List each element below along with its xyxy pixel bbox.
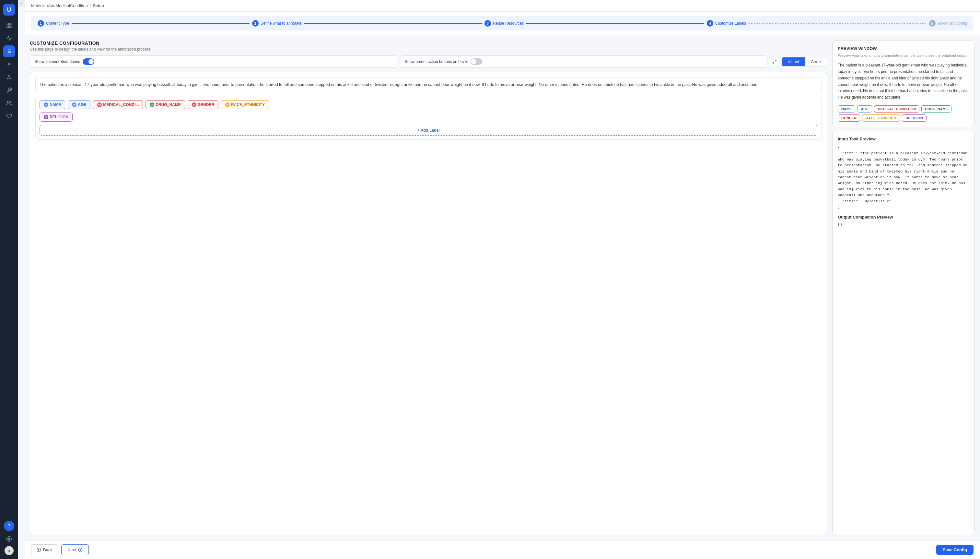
step-5[interactable]: 5 Advanced Config [929,20,967,26]
app-logo[interactable]: U [3,4,15,16]
visual-toggle-btn[interactable]: Visual [782,57,805,66]
svg-point-14 [8,538,10,540]
panel-subtitle: Use this page to design the labels and v… [30,47,827,51]
chip-text-name: NAME [49,103,61,107]
label-chip-race[interactable]: ◎ RACE_ETHNICITY [221,100,269,109]
svg-rect-5 [10,26,12,28]
label-chip-drug[interactable]: ◎ DRUG_NAME [145,100,185,109]
sidebar-collapse-btn[interactable]: › [18,0,25,7]
expand-btn[interactable] [770,57,779,66]
step-2-num: 2 [252,20,259,26]
step-4[interactable]: 4 Customize Labels [707,20,746,26]
step-2-label: Define what to annotate [261,21,302,26]
sidebar-icon-list[interactable] [3,45,15,57]
input-task-section: Input Task Preview { "text": "The patien… [832,131,975,535]
back-button[interactable]: Back [31,544,58,555]
label-chip-religion[interactable]: ◎ RELIGION [40,112,73,122]
chip-text-religion: RELIGION [49,115,68,119]
sidebar-icon-tools[interactable] [3,84,15,96]
connector-2-3 [304,23,482,24]
sidebar-icon-flask[interactable] [3,71,15,83]
next-button[interactable]: Next [61,544,89,555]
sidebar-icon-plugin[interactable] [3,110,15,122]
step-4-label: Customize Labels [715,21,746,26]
code-toggle-btn[interactable]: Code [805,57,827,66]
preview-section: PREVIEW WINDOW Preview your taxonomy and… [832,41,975,127]
breadcrumb-page: Setup [93,3,104,8]
step-1-num: 1 [38,20,44,26]
sidebar-icon-help[interactable]: ? [3,520,15,532]
save-config-button[interactable]: Save Config [936,545,973,555]
left-panel: CUSTOMIZE CONFIGURATION Use this page to… [30,41,827,535]
label-chip-age[interactable]: ◎ AGE [68,100,91,109]
chip-text-medical: MEDICAL_CONDI... [103,103,139,107]
sidebar-icon-settings[interactable] [3,533,15,545]
breadcrumb-separator: / [90,3,91,8]
chip-text-race: RACE_ETHNICITY [231,103,265,107]
label-chip-name[interactable]: ◎ NAME [40,100,65,109]
panel-title: CUSTOMIZE CONFIGURATION [30,41,827,46]
preview-chip-name[interactable]: NAME [838,105,855,112]
step-5-label: Advanced Config [937,21,967,26]
input-task-title: Input Task Preview [838,137,969,141]
preview-chip-race[interactable]: RACE_ETHNICITY [862,114,900,122]
chip-icon-race: ◎ [225,103,230,107]
preview-text: The patient is a pleasant 17-year-old ge… [838,62,969,101]
chip-icon-medical: ◎ [97,103,102,107]
output-title: Output Completion Preview [838,215,969,220]
connector-3-4 [526,23,704,24]
connector-1-2 [72,23,249,24]
show-boundaries-label: Show element Boundaries [35,60,80,64]
chip-icon-age: ◎ [72,103,76,107]
svg-text:U: U [7,7,12,13]
step-2[interactable]: 2 Define what to annotate [252,20,302,26]
label-chip-gender[interactable]: ◎ GENDER [188,100,218,109]
help-circle[interactable]: ? [4,521,14,531]
config-box: The patient is a pleasant 17-year-old ge… [30,72,827,535]
svg-rect-4 [7,26,8,28]
next-label: Next [68,547,76,552]
preview-chip-religion[interactable]: RELIGION [902,114,926,122]
connector-4-5 [749,23,926,24]
chip-text-gender: GENDER [198,103,214,107]
content-area: CUSTOMIZE CONFIGURATION Use this page to… [25,35,980,540]
output-code: [] [838,222,969,227]
sidebar-icon-analytics[interactable] [3,32,15,44]
sidebar-icon-users[interactable] [3,97,15,109]
steps-bar: 1 Content Type 2 Define what to annotate… [25,12,980,35]
svg-point-13 [7,101,9,103]
svg-rect-2 [7,23,8,25]
input-task-code: { "text": "The patient is a pleasant 17-… [838,145,969,210]
bottom-bar: Back Next Save Config [25,540,980,559]
add-label-button[interactable]: + Add Label [40,125,817,136]
labels-row-2: ◎ RELIGION [40,112,817,122]
svg-rect-3 [10,23,12,25]
right-panel: PREVIEW WINDOW Preview your taxonomy and… [832,41,975,535]
preview-chip-gender[interactable]: GENDER [838,114,860,122]
breadcrumb-project[interactable]: MedicineAndMedicalCondition [31,3,88,8]
chip-text-age: AGE [78,103,86,107]
preview-chips: NAME AGE MEDICAL_CONDITION DRUG_NAME GEN… [838,105,969,122]
show-parent-toggle[interactable] [470,58,482,65]
show-boundaries-toggle[interactable] [82,58,94,65]
main-content: MedicineAndMedicalCondition / Setup 1 Co… [25,0,980,559]
chip-icon-gender: ◎ [192,103,196,107]
show-parent-label: Show parent action buttons on hover [405,60,468,64]
breadcrumb: MedicineAndMedicalCondition / Setup [25,0,980,12]
preview-chip-age[interactable]: AGE [857,105,872,112]
preview-chip-drug[interactable]: DRUG_NAME [921,105,952,112]
preview-chip-medical[interactable]: MEDICAL_CONDITION [874,105,919,112]
sidebar-icon-location[interactable] [3,58,15,70]
chip-icon-name: ◎ [44,103,48,107]
sidebar-icon-home[interactable] [3,20,15,31]
step-5-num: 5 [929,20,935,26]
labels-row: ◎ NAME ◎ AGE ◎ MEDICAL_CONDI... [40,100,817,109]
user-avatar[interactable]: a [5,546,13,555]
svg-point-12 [8,64,10,65]
chip-icon-drug: ◎ [150,103,154,107]
show-boundaries-option: Show element Boundaries [30,55,397,68]
step-3[interactable]: 3 Reuse Resources [485,20,524,26]
sample-text: The patient is a pleasant 17-year-old ge… [35,77,822,92]
label-chip-medical[interactable]: ◎ MEDICAL_CONDI... [93,100,143,109]
step-1[interactable]: 1 Content Type [38,20,69,26]
